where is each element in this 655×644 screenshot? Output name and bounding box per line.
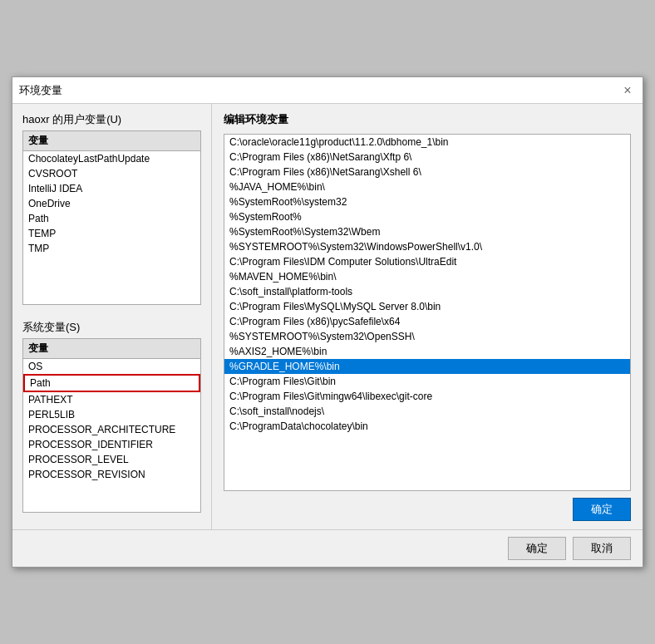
sys-var-path[interactable]: Path <box>23 374 200 392</box>
path-nodejs[interactable]: C:\soft_install\nodejs\ <box>224 404 630 419</box>
sys-var-pathext[interactable]: PATHEXT <box>23 392 200 407</box>
sys-var-proc-id[interactable]: PROCESSOR_IDENTIFIER <box>23 437 200 452</box>
path-maven[interactable]: %MAVEN_HOME%\bin\ <box>224 269 630 284</box>
left-panel: haoxr 的用户变量(U) 变量 ChocolateyLastPathUpda… <box>12 104 212 529</box>
path-systemroot-system32[interactable]: %SystemRoot%\system32 <box>224 194 630 209</box>
right-panel: 编辑环境变量 C:\oracle\oracle11g\product\11.2.… <box>212 104 643 529</box>
window-body: haoxr 的用户变量(U) 变量 ChocolateyLastPathUpda… <box>12 104 643 529</box>
ok-button[interactable]: 确定 <box>508 537 566 560</box>
footer-bar: 确定 取消 <box>12 529 643 567</box>
user-var-temp[interactable]: TEMP <box>23 226 200 241</box>
path-xshell[interactable]: C:\Program Files (x86)\NetSarang\Xshell … <box>224 165 630 179</box>
sys-var-os[interactable]: OS <box>23 359 200 374</box>
user-var-path[interactable]: Path <box>23 211 200 226</box>
user-var-onedrive[interactable]: OneDrive <box>23 196 200 211</box>
path-git-bin[interactable]: C:\Program Files\Git\bin <box>224 374 630 389</box>
path-platform-tools[interactable]: C:\soft_install\platform-tools <box>224 284 630 299</box>
sys-var-proc-rev[interactable]: PROCESSOR_REVISION <box>23 467 200 482</box>
user-var-chocolatey[interactable]: ChocolateyLastPathUpdate <box>23 151 200 166</box>
path-git-mingw[interactable]: C:\Program Files\Git\mingw64\libexec\git… <box>224 389 630 404</box>
user-variables-section: haoxr 的用户变量(U) 变量 ChocolateyLastPathUpda… <box>22 112 201 305</box>
path-oracle[interactable]: C:\oracle\oracle11g\product\11.2.0\dbhom… <box>224 135 630 150</box>
user-table-header: 变量 <box>23 131 200 151</box>
close-button[interactable]: × <box>619 82 636 99</box>
path-gradle[interactable]: %GRADLE_HOME%\bin <box>224 359 630 374</box>
path-powershell[interactable]: %SYSTEMROOT%\System32\WindowsPowerShell\… <box>224 239 630 254</box>
user-section-label: haoxr 的用户变量(U) <box>22 112 201 127</box>
system-variables-table[interactable]: 变量 OS Path PATHEXT PERL5LIB PROCESSOR_AR… <box>22 338 201 513</box>
right-ok-button[interactable]: 确定 <box>573 498 631 521</box>
environment-variables-window: 环境变量 × haoxr 的用户变量(U) 变量 ChocolateyLastP… <box>12 76 643 568</box>
sys-var-path-label: Path <box>30 377 51 389</box>
sys-section-label: 系统变量(S) <box>22 320 201 335</box>
title-bar: 环境变量 × <box>12 77 643 104</box>
path-openssh[interactable]: %SYSTEMROOT%\System32\OpenSSH\ <box>224 329 630 344</box>
sys-var-proc-arch[interactable]: PROCESSOR_ARCHITECTURE <box>23 422 200 437</box>
system-variables-section: 系统变量(S) 变量 OS Path PATHEXT PERL5LIB PROC… <box>22 320 201 513</box>
user-var-intellij[interactable]: IntelliJ IDEA <box>23 181 200 196</box>
path-xftp[interactable]: C:\Program Files (x86)\NetSarang\Xftp 6\ <box>224 150 630 165</box>
user-variables-table[interactable]: 变量 ChocolateyLastPathUpdate CVSROOT Inte… <box>22 130 201 305</box>
path-list[interactable]: C:\oracle\oracle11g\product\11.2.0\dbhom… <box>224 134 631 491</box>
right-inner: 编辑环境变量 C:\oracle\oracle11g\product\11.2.… <box>224 112 631 521</box>
path-mysql[interactable]: C:\Program Files\MySQL\MySQL Server 8.0\… <box>224 299 630 314</box>
user-var-tmp[interactable]: TMP <box>23 241 200 256</box>
user-var-cvsroot[interactable]: CVSROOT <box>23 166 200 181</box>
path-java-home[interactable]: %JAVA_HOME%\bin\ <box>224 179 630 194</box>
path-wbem[interactable]: %SystemRoot%\System32\Wbem <box>224 224 630 239</box>
window-title: 环境变量 <box>19 83 62 98</box>
path-ultraedit[interactable]: C:\Program Files\IDM Computer Solutions\… <box>224 254 630 269</box>
path-chocolatey[interactable]: C:\ProgramData\chocolatey\bin <box>224 419 630 434</box>
right-panel-title: 编辑环境变量 <box>224 112 631 127</box>
sys-var-proc-level[interactable]: PROCESSOR_LEVEL <box>23 452 200 467</box>
right-confirm-row: 确定 <box>224 491 631 521</box>
path-pycsafefile[interactable]: C:\Program Files (x86)\pycSafefile\x64 <box>224 314 630 329</box>
cancel-button[interactable]: 取消 <box>573 537 631 560</box>
sys-var-perl5lib[interactable]: PERL5LIB <box>23 407 200 422</box>
sys-table-header: 变量 <box>23 339 200 359</box>
path-systemroot[interactable]: %SystemRoot% <box>224 209 630 224</box>
path-axis2[interactable]: %AXIS2_HOME%\bin <box>224 344 630 359</box>
